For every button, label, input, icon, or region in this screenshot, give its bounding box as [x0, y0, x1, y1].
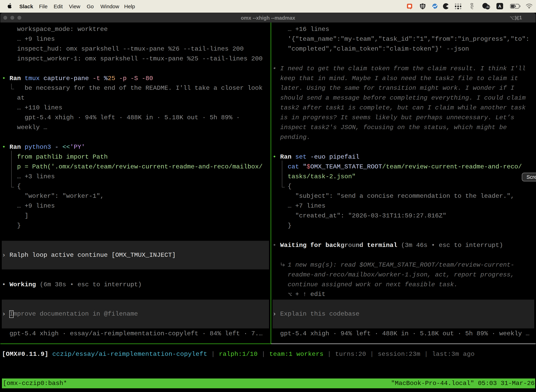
svg-text:..61: ..61 [485, 5, 490, 9]
svg-text:A: A [498, 4, 501, 9]
